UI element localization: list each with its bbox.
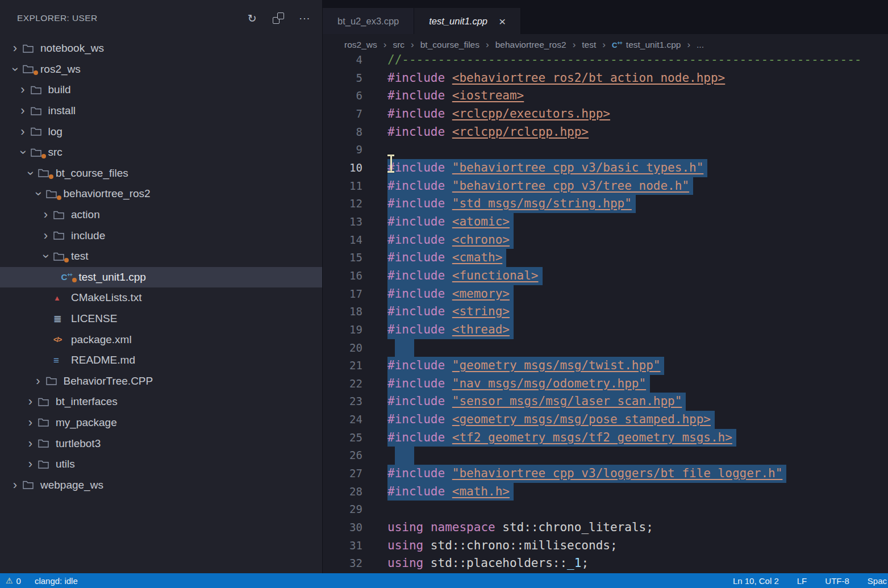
breadcrumb-label: ...: [697, 40, 704, 50]
breadcrumb-item-test[interactable]: test: [582, 40, 596, 50]
chevron-down-icon[interactable]: ›: [40, 249, 52, 264]
folder-icon: [31, 127, 48, 136]
code-line-11[interactable]: 11#include "behaviortree_cpp_v3/tree_nod…: [323, 177, 888, 195]
tree-item-behaviortree_ros2[interactable]: ›behaviortree_ros2: [0, 184, 322, 205]
code-token: "behaviortree_cpp_v3/tree_node.h": [452, 179, 689, 193]
code-line-13[interactable]: 13#include <atomic>: [323, 213, 888, 231]
refresh-icon[interactable]: ↻: [246, 12, 259, 24]
clangd-status[interactable]: clangd: idle: [35, 576, 78, 586]
code-line-28[interactable]: 28#include <math.h>: [323, 483, 888, 501]
breadcrumb-item-src[interactable]: src: [393, 40, 405, 50]
indentation-indicator[interactable]: Spac: [868, 576, 887, 586]
eol-indicator[interactable]: LF: [797, 576, 807, 586]
chevron-down-icon[interactable]: ›: [9, 61, 22, 77]
chevron-right-icon[interactable]: ›: [15, 126, 31, 138]
code-line-8[interactable]: 8#include <rclcpp/rclcpp.hpp>: [323, 123, 888, 141]
tree-item-test[interactable]: ›test: [0, 246, 322, 267]
code-line-14[interactable]: 14#include <chrono>: [323, 231, 888, 249]
chevron-down-icon[interactable]: ›: [32, 186, 44, 202]
breadcrumb-item-test_unit1.cpp[interactable]: C++test_unit1.cpp: [612, 40, 681, 50]
breadcrumb-item-ros2_ws[interactable]: ros2_ws: [344, 40, 377, 50]
tree-item-turtlebot3[interactable]: ›turtlebot3: [0, 433, 322, 454]
tree-item-build[interactable]: ›build: [0, 80, 322, 101]
code-line-9[interactable]: 9: [323, 141, 888, 159]
code-line-21[interactable]: 21#include "geometry_msgs/msg/twist.hpp": [323, 357, 888, 375]
tree-item-BehaviorTree.CPP[interactable]: ›BehaviorTree.CPP: [0, 371, 322, 392]
tree-item-utils[interactable]: ›utils: [0, 454, 322, 475]
close-icon[interactable]: ×: [499, 15, 506, 27]
code-line-6[interactable]: 6#include <iostream>: [323, 87, 888, 105]
chevron-down-icon[interactable]: ›: [24, 165, 37, 181]
tree-item-notebook_ws[interactable]: ›notebook_ws: [0, 38, 322, 59]
code-line-10[interactable]: 10#include "behaviortree_cpp_v3/basic_ty…: [323, 159, 888, 177]
chevron-right-icon[interactable]: ›: [38, 230, 53, 242]
tree-item-src[interactable]: ›src: [0, 142, 322, 163]
tree-item-README.md[interactable]: ≡README.md: [0, 350, 322, 371]
tree-item-install[interactable]: ›install: [0, 101, 322, 122]
tree-item-include[interactable]: ›include: [0, 225, 322, 246]
chevron-right-icon[interactable]: ›: [7, 479, 23, 491]
breadcrumb-item-behaviortree_ros2[interactable]: behaviortree_ros2: [495, 40, 566, 50]
tree-item-bt_interfaces[interactable]: ›bt_interfaces: [0, 391, 322, 412]
tree-item-CMakeLists.txt[interactable]: ▲CMakeLists.txt: [0, 287, 322, 308]
tree-item-bt_course_files[interactable]: ›bt_course_files: [0, 163, 322, 184]
code-token: #include: [387, 251, 452, 264]
chevron-right-icon[interactable]: ›: [7, 42, 23, 55]
line-number: 21: [323, 357, 362, 375]
tree-item-label: LICENSE: [71, 312, 117, 325]
code-line-26[interactable]: 26: [323, 447, 888, 465]
collapse-folders-icon[interactable]: [272, 12, 285, 24]
code-line-22[interactable]: 22#include "nav_msgs/msg/odometry.hpp": [323, 375, 888, 393]
code-line-4[interactable]: 4//-------------------------------------…: [323, 51, 888, 69]
code-line-16[interactable]: 16#include <functional>: [323, 267, 888, 285]
code-editor[interactable]: 4//-------------------------------------…: [323, 51, 888, 573]
tab-bt_u2_ex3.cpp[interactable]: bt_u2_ex3.cpp: [323, 8, 414, 34]
selection-highlight: #include <tf2_geometry_msgs/tf2_geometry…: [387, 429, 736, 447]
chevron-right-icon[interactable]: ›: [31, 375, 46, 387]
code-line-5[interactable]: 5#include <behaviortree_ros2/bt_action_n…: [323, 69, 888, 87]
tree-item-my_package[interactable]: ›my_package: [0, 412, 322, 433]
code-line-31[interactable]: 31using std::chrono::milliseconds;: [323, 537, 888, 555]
code-line-18[interactable]: 18#include <string>: [323, 303, 888, 321]
code-line-15[interactable]: 15#include <cmath>: [323, 249, 888, 267]
tree-item-webpage_ws[interactable]: ›webpage_ws: [0, 474, 322, 495]
more-actions-icon[interactable]: ···: [298, 12, 311, 24]
chevron-right-icon[interactable]: ›: [23, 458, 38, 470]
code-line-29[interactable]: 29: [323, 501, 888, 519]
tree-item-test_unit1.cpp[interactable]: C++test_unit1.cpp: [0, 267, 322, 288]
tree-item-label: install: [48, 105, 76, 117]
chevron-down-icon[interactable]: ›: [16, 145, 29, 160]
code-line-20[interactable]: 20: [323, 339, 888, 357]
code-line-32[interactable]: 32using std::placeholders::_1;: [323, 554, 888, 573]
tree-item-ros2_ws[interactable]: ›ros2_ws: [0, 59, 322, 80]
chevron-right-icon[interactable]: ›: [15, 84, 31, 96]
code-line-24[interactable]: 24#include <geometry_msgs/msg/pose_stamp…: [323, 411, 888, 429]
tree-item-LICENSE[interactable]: ≣LICENSE: [0, 308, 322, 330]
chevron-right-icon[interactable]: ›: [23, 437, 38, 450]
chevron-right-icon[interactable]: ›: [15, 105, 31, 117]
tree-item-log[interactable]: ›log: [0, 121, 322, 142]
line-number: 5: [323, 69, 362, 87]
code-line-23[interactable]: 23#include "sensor_msgs/msg/laser_scan.h…: [323, 393, 888, 411]
encoding-indicator[interactable]: UTF-8: [825, 576, 849, 586]
folder-icon: [53, 210, 71, 220]
code-line-27[interactable]: 27#include "behaviortree_cpp_v3/loggers/…: [323, 465, 888, 483]
chevron-right-icon[interactable]: ›: [23, 395, 38, 408]
breadcrumb-item-bt_course_files[interactable]: bt_course_files: [420, 40, 480, 50]
code-line-17[interactable]: 17#include <memory>: [323, 285, 888, 303]
folder-icon: [23, 64, 40, 74]
code-line-25[interactable]: 25#include <tf2_geometry_msgs/tf2_geomet…: [323, 429, 888, 447]
breadcrumb-item-...[interactable]: ...: [697, 40, 704, 50]
tree-item-package.xml[interactable]: </>package.xml: [0, 329, 322, 350]
tree-item-action[interactable]: ›action: [0, 205, 322, 226]
code-line-19[interactable]: 19#include <thread>: [323, 321, 888, 339]
code-line-7[interactable]: 7#include <rclcpp/executors.hpp>: [323, 105, 888, 123]
code-line-30[interactable]: 30using namespace std::chrono_literals;: [323, 519, 888, 537]
code-line-12[interactable]: 12#include "std_msgs/msg/string.hpp": [323, 195, 888, 213]
problems-indicator[interactable]: ⚠ 0: [6, 576, 21, 586]
tab-test_unit1.cpp[interactable]: test_unit1.cpp×: [414, 8, 521, 34]
chevron-right-icon[interactable]: ›: [38, 208, 53, 221]
cursor-position[interactable]: Ln 10, Col 2: [733, 576, 779, 586]
chevron-right-icon[interactable]: ›: [23, 416, 38, 429]
code-token: <rclcpp/executors.hpp>: [452, 107, 610, 120]
